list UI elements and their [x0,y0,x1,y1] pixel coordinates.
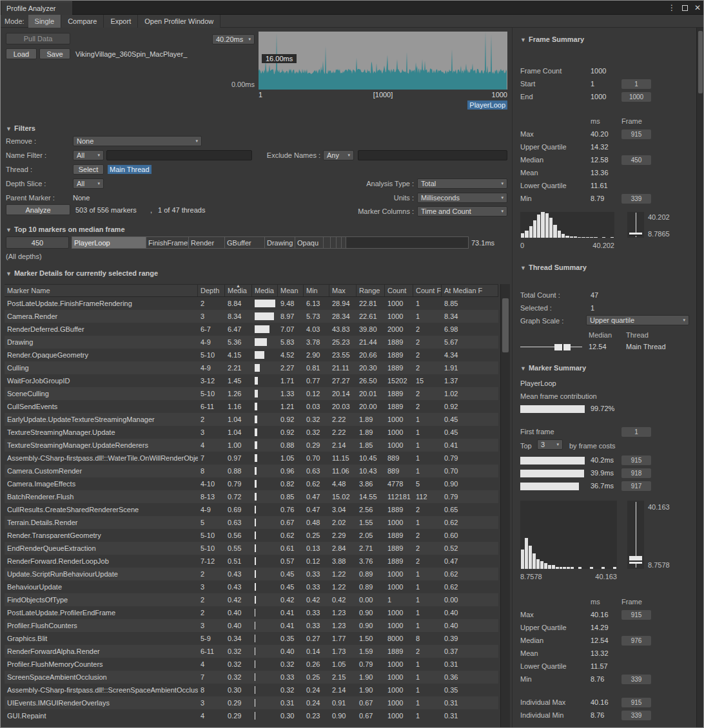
table-row[interactable]: TextureStreamingManager.Update31.040.920… [5,426,498,439]
table-row[interactable]: Render.OpaqueGeometry5-104.154.522.9023.… [5,349,498,361]
frame-jump-button[interactable]: 917 [621,481,651,491]
top10-section-header[interactable]: ▼Top 10 markers on median frame [6,225,125,233]
mode-button-export[interactable]: Export [104,15,138,28]
table-scrollbar[interactable] [500,284,510,727]
table-row[interactable]: Assembly-CSharp-firstpass.dll!::WaterTil… [5,452,498,465]
top-n-dropdown[interactable]: 3 ▾ [537,439,563,450]
top10-segment-7[interactable] [331,237,337,248]
analysis-type-dropdown[interactable]: Total ▾ [417,178,507,189]
table-row[interactable]: WaitForJobGroupID3-121.451.710.7727.2726… [5,374,498,387]
filters-section-header[interactable]: ▼Filters [6,124,35,132]
pull-data-button[interactable]: Pull Data [6,33,70,44]
table-row[interactable]: FindObjectsOfType20.420.420.420.420.0011… [5,593,498,606]
frame-jump-button[interactable]: 915 [621,698,651,707]
column-header-count-fra-9[interactable]: Count Fra [413,285,442,296]
table-row[interactable]: TextureStreamingManager.UpdateRenderers4… [5,439,498,452]
column-header-count-8[interactable]: Count [385,285,413,296]
table-row[interactable]: Update.ScriptRunBehaviourUpdate20.430.45… [5,568,498,580]
table-row[interactable]: Camera.Render38.348.975.7328.3422.611000… [5,310,498,323]
marker-summary-header[interactable]: ▼Marker Summary [520,364,586,372]
frame-jump-button[interactable]: 339 [621,711,651,720]
table-row[interactable]: Graphics.Blit5-90.340.350.271.771.508000… [5,632,498,645]
table-row[interactable]: UIEvents.IMGUIRenderOverlays30.290.310.2… [5,696,498,709]
mode-button-open-profiler-window[interactable]: Open Profiler Window [138,15,220,28]
table-row[interactable]: EarlyUpdate.UpdateTextureStreamingManage… [5,413,498,426]
frame-summary-header[interactable]: ▼Frame Summary [520,35,584,43]
frame-jump-button[interactable]: 450 [621,155,651,165]
table-row[interactable]: BehaviourUpdate30.430.450.331.220.891000… [5,580,498,593]
table-row[interactable]: Camera.ImageEffects4-100.790.820.624.483… [5,477,498,490]
table-row[interactable]: Assembly-CSharp-firstpass.dll!::ScreenSp… [5,684,498,696]
table-row[interactable]: RenderForward.RenderLoopJob7-120.510.570… [5,555,498,568]
frame-jump-button[interactable]: 918 [621,468,651,478]
thread-row[interactable]: 12.54 Main Thread [520,341,683,354]
table-row[interactable]: Drawing4-95.365.833.7825.2321.44188925.6… [5,336,498,349]
table-row[interactable]: Profiler.FlushCounters30.400.410.331.230… [5,619,498,632]
table-row[interactable]: CullResults.CreateSharedRendererScene4-9… [5,503,498,516]
table-row[interactable]: Camera.CustomRender80.880.960.6311.0610.… [5,465,498,477]
table-row[interactable]: EndRenderQueueExtraction5-100.550.610.13… [5,542,498,555]
first-frame-button[interactable]: 1 [621,427,651,437]
maximize-icon[interactable] [682,5,688,11]
analyze-button[interactable]: Analyze [6,204,70,215]
name-filter-mode-dropdown[interactable]: All ▾ [73,150,104,160]
frame-jump-button[interactable]: 339 [621,194,651,204]
thread-select-button[interactable]: Select [73,164,104,175]
thread-summary-header[interactable]: ▼Thread Summary [520,263,587,271]
table-row[interactable]: GUI.Repaint40.290.300.230.900.67100010.3… [5,709,498,722]
frame-jump-button[interactable]: 1000 [621,92,651,102]
table-row[interactable]: CullSendEvents6-111.161.210.0320.0320.00… [5,400,498,413]
frame-jump-button[interactable]: 976 [621,636,651,646]
column-header-at-median-f-10[interactable]: At Median F [442,285,498,296]
table-row[interactable]: Render.TransparentGeometry5-100.560.620.… [5,529,498,542]
mode-button-single[interactable]: Single [28,15,62,28]
marker-details-header[interactable]: ▼Marker Details for currently selected r… [6,269,158,277]
remove-dropdown[interactable]: None ▾ [73,136,202,146]
frame-jump-button[interactable]: 915 [621,610,651,620]
top10-segment-8[interactable] [337,237,342,248]
table-row[interactable]: PostLateUpdate.FinishFrameRendering28.84… [5,297,498,310]
median-frame-button[interactable]: 450 [6,236,69,249]
table-row[interactable]: Profiler.FlushMemoryCounters40.320.320.2… [5,658,498,671]
column-header-media-2[interactable]: Media▲ [225,285,252,296]
table-row[interactable]: Terrain.Details.Render50.630.670.482.021… [5,516,498,529]
column-header-media-3[interactable]: Media [252,285,278,296]
table-row[interactable]: RenderDeferred.GBuffer6-76.477.074.0343.… [5,323,498,336]
top10-segment-playerloop[interactable]: PlayerLoop [72,237,146,248]
chart-ymax-dropdown[interactable]: 40.20ms ▾ [212,34,255,44]
table-row[interactable]: RenderForwardAlpha.Render6-110.320.400.1… [5,645,498,658]
table-row[interactable]: Culling4-92.212.270.8121.1120.30188921.9… [5,361,498,374]
exclude-mode-dropdown[interactable]: Any ▾ [323,150,354,160]
top10-segment-9[interactable] [342,237,346,248]
table-row[interactable]: ScreenSpaceAmbientOcclusion70.320.330.25… [5,671,498,684]
save-button[interactable]: Save [39,48,70,59]
load-button[interactable]: Load [6,48,37,59]
top10-segment-drawing[interactable]: Drawing [265,237,295,248]
window-tab[interactable]: Profile Analyzer [1,1,72,15]
top10-segment-6[interactable] [324,237,331,248]
frame-jump-button[interactable]: 339 [621,675,651,684]
table-row[interactable]: SceneCulling5-101.261.330.1220.1420.0118… [5,387,498,400]
mode-button-compare[interactable]: Compare [61,15,104,28]
frame-jump-button[interactable]: 1 [621,79,651,89]
marker-columns-dropdown[interactable]: Time and Count ▾ [417,206,507,216]
table-row[interactable]: PostLateUpdate.ProfilerEndFrame20.400.41… [5,606,498,619]
top10-segment-finishframer[interactable]: FinishFrameR [146,237,189,248]
top10-segment-opaqu[interactable]: Opaqu [295,237,324,248]
kebab-menu-icon[interactable]: ⋮ [668,1,676,15]
frame-jump-button[interactable]: 915 [621,455,651,465]
table-row[interactable]: BatchRenderer.Flush8-130.720.850.4715.02… [5,490,498,503]
column-header-range-7[interactable]: Range [357,285,385,296]
close-icon[interactable]: ✕ [694,1,701,15]
frame-jump-button[interactable]: 915 [621,129,651,139]
depth-slice-dropdown[interactable]: All ▾ [73,178,104,189]
top10-segment-gbuffer[interactable]: GBuffer [225,237,265,248]
column-header-max-6[interactable]: Max [329,285,357,296]
column-header-mean-4[interactable]: Mean [278,285,304,296]
graph-scale-dropdown[interactable]: Upper quartile ▾ [586,315,689,325]
units-dropdown[interactable]: Milliseconds ▾ [417,193,507,203]
top10-segment-render[interactable]: Render [189,237,225,248]
exclude-names-input[interactable] [358,150,507,160]
panel-scrollbar[interactable] [696,28,704,728]
panel-scrollbar-thumb[interactable] [698,31,703,93]
